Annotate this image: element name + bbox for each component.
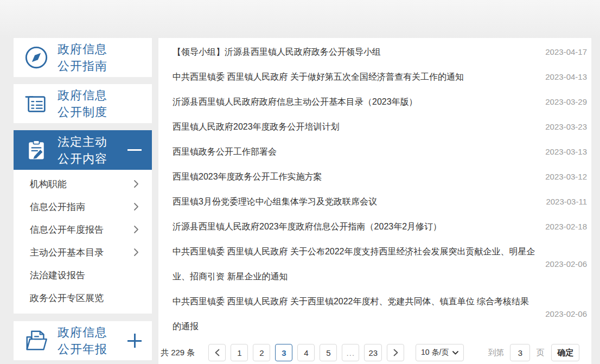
goto-page-group: 到第 页 <box>488 344 544 361</box>
article-title[interactable]: 西里镇3月份党委理论中心组集体学习及党政联席会议 <box>173 197 377 206</box>
article-title[interactable]: 西里镇人民政府2023年度政务公开培训计划 <box>173 122 340 131</box>
list-item[interactable]: 沂源县西里镇人民政府政府信息主动公开基本目录（2023年版） 2023-03-2… <box>173 90 587 114</box>
submenu-item-annual-report[interactable]: 信息公开年度报告 <box>14 218 152 241</box>
chevron-down-icon <box>452 351 458 355</box>
page-button-5[interactable]: 5 <box>320 344 337 361</box>
article-date: 2023-04-13 <box>545 72 587 82</box>
clipboard-pencil-icon <box>23 137 49 163</box>
pagination-bar: 共 229 条 1 2 3 4 5 ... 23 10 条/页 到第 页 确定 <box>161 343 587 362</box>
sidebar-item-label: 法定主动公开内容 <box>58 133 107 167</box>
compass-icon <box>23 44 49 71</box>
list-item[interactable]: 西里镇2023年度政务公开工作实施方案 2023-03-12 <box>173 164 587 189</box>
article-date: 2023-02-06 <box>545 259 587 270</box>
article-title[interactable]: 中共西里镇委 西里镇人民政府 关于西里镇2022年度村、党建共同体、镇直单位 综… <box>173 297 529 331</box>
folder-doc-icon <box>23 328 49 354</box>
article-date: 2023-03-13 <box>545 146 587 157</box>
article-date: 2023-03-23 <box>545 122 587 132</box>
news-list-panel: 【领导小组】沂源县西里镇人民政府政务公开领导小组 2023-04-17 中共西里… <box>158 38 591 364</box>
submenu-item-info-guide[interactable]: 信息公开指南 <box>14 195 152 218</box>
list-item[interactable]: 西里镇3月份党委理论中心组集体学习及党政联席会议 2023-03-11 <box>173 189 587 214</box>
sidebar-item-statutory-disclosure[interactable]: 法定主动公开内容 <box>14 130 152 170</box>
article-title[interactable]: 中共西里镇委 西里镇人民政府 关于做好第五次全国经济普查有关工作的通知 <box>173 72 464 81</box>
sidebar-submenu: 机构职能 信息公开指南 信息公开年度报告 主动公开基本目录 法治建设报告 政务公… <box>14 170 152 314</box>
list-item[interactable]: 中共西里镇委 西里镇人民政府 关于公布2022年度支持西里经济社会发展突出贡献企… <box>173 239 587 289</box>
submenu-label: 机构职能 <box>30 178 67 190</box>
article-title[interactable]: 沂源县西里镇人民政府2023年度政府信息公开指南（2023年2月修订） <box>173 222 442 231</box>
submenu-label: 信息公开年度报告 <box>30 223 104 236</box>
page-button-4[interactable]: 4 <box>297 344 315 361</box>
page-size-select[interactable]: 10 条/页 <box>416 344 464 361</box>
article-date: 2023-03-11 <box>546 196 587 207</box>
submenu-item-openness-zone[interactable]: 政务公开专区展览 <box>14 286 152 309</box>
article-title[interactable]: 中共西里镇委 西里镇人民政府 关于公布2022年度支持西里经济社会发展突出贡献企… <box>173 247 535 281</box>
sidebar-item-gov-info-guide[interactable]: 政府信息公开指南 <box>14 38 152 77</box>
collapse-minus-icon[interactable] <box>127 143 142 158</box>
article-title[interactable]: 西里镇2023年度政务公开工作实施方案 <box>173 172 322 181</box>
list-item[interactable]: 【领导小组】沂源县西里镇人民政府政务公开领导小组 2023-04-17 <box>173 40 587 65</box>
submenu-label: 主动公开基本目录 <box>30 246 104 259</box>
page-button-last[interactable]: 23 <box>364 344 382 361</box>
article-date: 2023-03-12 <box>545 171 587 182</box>
sidebar-item-gov-info-annual-report[interactable]: 政府信息公开年报 <box>14 321 152 360</box>
article-title[interactable]: 西里镇政务公开工作部署会 <box>173 147 277 156</box>
page-button-1[interactable]: 1 <box>231 344 248 361</box>
sidebar-item-label: 政府信息公开制度 <box>58 87 107 120</box>
submenu-item-org-functions[interactable]: 机构职能 <box>14 173 152 195</box>
submenu-item-rule-of-law-report[interactable]: 法治建设报告 <box>14 264 152 286</box>
prev-page-button[interactable] <box>208 344 226 361</box>
list-item[interactable]: 中共西里镇委 西里镇人民政府 关于西里镇2022年度村、党建共同体、镇直单位 综… <box>173 289 587 339</box>
chevron-right-icon <box>133 202 139 211</box>
sidebar-item-label: 政府信息公开年报 <box>58 324 107 357</box>
article-title[interactable]: 沂源县西里镇人民政府政府信息主动公开基本目录（2023年版） <box>173 97 418 106</box>
total-count-label: 共 229 条 <box>161 348 195 358</box>
sidebar-item-label: 政府信息公开指南 <box>58 41 107 74</box>
chevron-right-icon <box>133 248 139 257</box>
submenu-label: 法治建设报告 <box>30 269 85 282</box>
article-date: 2023-03-29 <box>545 97 587 107</box>
next-page-button[interactable] <box>387 344 404 361</box>
expand-plus-icon[interactable] <box>127 333 142 348</box>
sidebar-item-gov-info-system[interactable]: 政府信息公开制度 <box>14 84 152 123</box>
submenu-item-basic-catalog[interactable]: 主动公开基本目录 <box>14 241 152 264</box>
list-item[interactable]: 西里镇人民政府2023年度政务公开培训计划 2023-03-23 <box>173 114 587 139</box>
list-item[interactable]: 西里镇政务公开工作部署会 2023-03-13 <box>173 139 587 164</box>
article-date: 2023-02-18 <box>545 221 587 232</box>
sidebar: 政府信息公开指南 政府信息公开制度 法定主动公开内容 机构职能 <box>14 38 152 364</box>
chevron-right-icon <box>133 180 139 188</box>
list-item[interactable]: 中共西里镇委 西里镇人民政府 关于做好第五次全国经济普查有关工作的通知 2023… <box>173 65 587 90</box>
page-button-2[interactable]: 2 <box>253 344 270 361</box>
chevron-left-icon <box>215 349 220 356</box>
submenu-label: 信息公开指南 <box>30 201 85 213</box>
goto-page-input[interactable] <box>510 344 530 361</box>
article-title[interactable]: 【领导小组】沂源县西里镇人民政府政务公开领导小组 <box>173 47 381 56</box>
article-date: 2023-04-17 <box>545 47 587 58</box>
page-button-3-active[interactable]: 3 <box>275 344 292 361</box>
chevron-right-icon <box>133 225 139 234</box>
page-size-label: 10 条/页 <box>421 348 449 357</box>
goto-prefix-label: 到第 <box>488 348 504 358</box>
article-date: 2023-02-06 <box>545 309 587 320</box>
goto-suffix-label: 页 <box>536 348 544 358</box>
more-pages-ellipsis[interactable]: ... <box>342 344 359 361</box>
submenu-label: 政务公开专区展览 <box>30 292 104 304</box>
list-item[interactable]: 沂源县西里镇人民政府2023年度政府信息公开指南（2023年2月修订） 2023… <box>173 214 587 239</box>
chevron-right-icon <box>393 349 398 356</box>
confirm-button[interactable]: 确定 <box>551 344 579 361</box>
ledger-icon <box>23 91 49 117</box>
